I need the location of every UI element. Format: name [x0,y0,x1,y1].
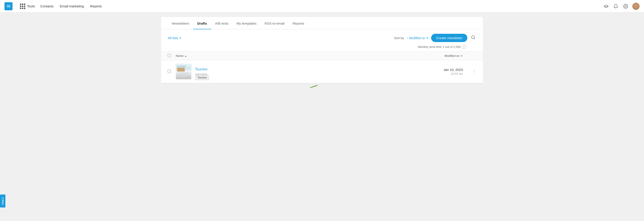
tab-my-templates[interactable]: My templates [232,17,260,29]
header-checkbox-cell [168,54,173,58]
tab-ab-tests[interactable]: A/B tests [211,17,232,29]
create-newsletter-button[interactable]: Create newsletter [431,34,467,42]
tabs-bar: Newsletters Drafts A/B tests My template… [161,17,483,29]
tab-reports[interactable]: Reports [288,17,308,29]
modified-sort-arrow: ▼ [460,54,463,57]
mail-icon: ✉ [7,4,10,9]
user-avatar[interactable] [632,3,640,10]
main-container: Newsletters Drafts A/B tests My template… [154,12,490,88]
table-row: Tourism samulska Tourism Jan 10, 2023 10… [161,60,483,83]
svg-point-1 [472,36,474,39]
toolbar: All lists ▼ Sort by ↕ Modified on ▼ Crea… [161,29,483,44]
top-nav: ✉ Tools Contacts Email marketing Reports [0,0,644,12]
tools-label: Tools [27,4,35,8]
sort-dropdown-caret: ▼ [426,37,429,39]
name-column-header[interactable]: Name ▲ [176,54,444,58]
row-info: Tourism samulska Tourism [195,67,444,76]
modified-time: 10:03 am [444,72,463,76]
svg-line-3 [227,85,318,88]
modified-date: Jan 10, 2023 [444,68,463,72]
bell-icon[interactable] [613,3,619,10]
all-lists-button[interactable]: All lists ▼ [168,36,182,40]
settings-icon[interactable] [622,3,629,10]
tab-newsletters[interactable]: Newsletters [168,17,193,29]
sort-field-label: Modified on [409,36,425,40]
row-actions-button[interactable]: ⋮ [472,69,476,74]
campaign-thumbnail [176,64,192,80]
tab-rss-to-email[interactable]: RSS-to-email [260,17,288,29]
row-modified-date: Jan 10, 2023 10:03 am [444,68,463,76]
name-sort-arrow: ▲ [184,54,187,57]
monthly-limit: Monthly send limit: 1 out of 2,500 i [161,44,483,52]
nav-links: Contacts Email marketing Reports [40,4,603,8]
svg-point-0 [625,6,626,7]
modified-column-header[interactable]: Modified on ▼ [444,54,463,58]
contacts-link[interactable]: Contacts [40,4,54,8]
monthly-limit-text: Monthly send limit: 1 out of 2,500 [418,45,461,48]
content-card: Newsletters Drafts A/B tests My template… [161,17,483,83]
reports-link[interactable]: Reports [90,4,102,8]
nav-right [603,3,640,10]
sort-field-button[interactable]: ↕ Modified on ▼ [407,36,429,40]
tab-drafts[interactable]: Drafts [193,17,211,29]
campaign-name-link[interactable]: Tourism [195,67,444,71]
select-all-checkbox[interactable] [168,54,171,57]
sort-arrow-icon: ↕ [407,36,408,40]
graduation-cap-icon[interactable] [603,3,609,10]
row-select-checkbox[interactable] [168,70,171,73]
all-lists-label: All lists [168,36,178,40]
app-logo[interactable]: ✉ [4,2,12,10]
apps-grid-icon[interactable] [20,4,25,9]
table-header: Name ▲ Modified on ▼ [161,52,483,60]
name-tooltip: Tourism [196,76,209,80]
email-marketing-link[interactable]: Email marketing [60,4,84,8]
sort-by-label: Sort by [394,36,404,40]
info-icon[interactable]: i [462,45,466,49]
all-lists-caret: ▼ [179,37,182,39]
row-checkbox-cell [168,70,173,74]
search-button[interactable] [470,34,476,42]
toolbar-right: Sort by ↕ Modified on ▼ Create newslette… [394,34,476,42]
nav-divider [16,3,16,10]
